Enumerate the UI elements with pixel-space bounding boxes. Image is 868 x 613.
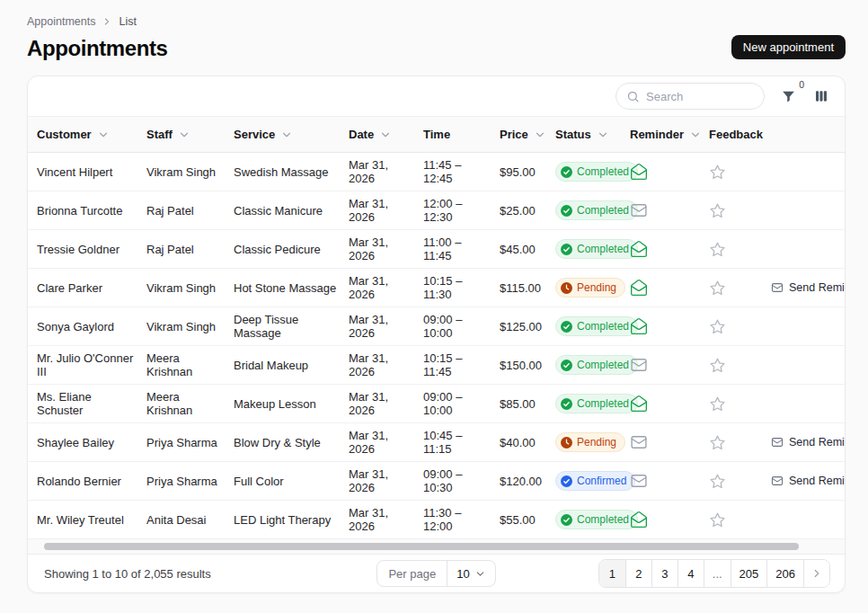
star-icon[interactable] (709, 511, 726, 529)
table-header-row: CustomerStaffServiceDateTimePriceStatusR… (28, 116, 845, 153)
sort-chevron-icon (97, 129, 110, 141)
time-cell: 10:15 – 11:45 (423, 351, 500, 378)
check-circle-icon (561, 398, 572, 410)
search-box[interactable] (616, 83, 765, 110)
star-icon[interactable] (709, 473, 726, 490)
price-cell: $95.00 (500, 165, 555, 179)
price-cell: $150.00 (500, 359, 555, 372)
feedback-cell (709, 511, 771, 529)
breadcrumb: Appointments List (27, 15, 846, 28)
price-cell: $25.00 (500, 204, 555, 218)
page-button-2[interactable]: 2 (625, 560, 651, 587)
staff-cell: Raj Patel (146, 243, 234, 256)
column-label: Staff (146, 128, 173, 141)
mail-icon (771, 475, 784, 487)
star-icon[interactable] (709, 434, 726, 451)
mail-icon (771, 281, 784, 294)
feedback-cell (709, 473, 771, 490)
mail-closed-icon (630, 472, 648, 490)
star-icon[interactable] (709, 357, 726, 374)
sort-chevron-icon (178, 129, 190, 141)
feedback-cell (709, 318, 771, 335)
column-header-status[interactable]: Status (555, 128, 630, 141)
date-cell: Mar 31, 2026 (349, 158, 423, 185)
page-button-205[interactable]: 205 (731, 560, 767, 587)
time-cell: 11:45 – 12:45 (423, 158, 500, 185)
status-badge: Completed (555, 355, 638, 375)
date-cell: Mar 31, 2026 (349, 351, 423, 378)
column-header-feedback: Feedback (709, 128, 771, 141)
service-cell: Blow Dry & Style (234, 436, 349, 449)
columns-button[interactable] (812, 87, 830, 105)
column-header-reminder[interactable]: Reminder (630, 128, 709, 141)
price-cell: $125.00 (500, 320, 555, 333)
send-reminder-link[interactable]: Send Reminder (771, 281, 845, 294)
next-page-button[interactable] (803, 560, 829, 587)
check-circle-icon (561, 166, 572, 178)
star-icon[interactable] (709, 202, 726, 219)
reminder-cell (630, 356, 709, 374)
staff-cell: Meera Krishnan (146, 390, 234, 417)
star-icon[interactable] (709, 241, 726, 258)
column-label: Feedback (709, 128, 763, 141)
table-footer: Showing 1 to 10 of 2,055 results Per pag… (28, 555, 845, 592)
reminder-cell (630, 511, 709, 529)
send-reminder-link[interactable]: Send Reminder (771, 436, 845, 449)
column-header-date[interactable]: Date (349, 128, 423, 141)
price-cell: $120.00 (500, 475, 555, 488)
new-appointment-button[interactable]: New appointment (731, 35, 846, 59)
page-button-3[interactable]: 3 (651, 560, 678, 587)
check-circle-icon (561, 514, 572, 526)
status-label: Completed (577, 397, 629, 410)
service-cell: Swedish Massage (234, 165, 349, 179)
service-cell: Full Color (234, 475, 349, 488)
check-circle-icon (561, 360, 572, 371)
page-button-4[interactable]: 4 (678, 560, 704, 587)
status-cell: Completed (555, 394, 630, 413)
status-badge: Completed (555, 162, 638, 182)
star-icon[interactable] (709, 164, 726, 181)
table-row: Mr. Wiley TreutelAnita DesaiLED Light Th… (28, 501, 845, 539)
mail-open-icon (630, 395, 648, 413)
search-input[interactable] (646, 90, 745, 103)
per-page-select[interactable]: 10 (447, 567, 494, 581)
filter-button[interactable]: 0 (779, 87, 798, 106)
status-label: Completed (577, 204, 629, 217)
reminder-cell (630, 395, 709, 413)
price-cell: $40.00 (500, 436, 555, 449)
column-label: Price (500, 128, 528, 141)
per-page-value: 10 (456, 567, 469, 581)
chevron-right-icon (102, 16, 112, 27)
staff-cell: Priya Sharma (146, 436, 234, 449)
status-cell: Completed (555, 200, 630, 220)
customer-cell: Ms. Eliane Schuster (37, 390, 146, 417)
page-button-1[interactable]: 1 (599, 560, 625, 587)
reminder-cell (630, 240, 709, 258)
reminder-cell (630, 317, 709, 335)
customer-cell: Mr. Julio O'Conner III (37, 351, 146, 378)
status-badge: Pending (555, 278, 625, 298)
star-icon[interactable] (709, 395, 726, 413)
page-button-206[interactable]: 206 (766, 560, 803, 587)
star-icon[interactable] (709, 318, 726, 335)
column-header-price[interactable]: Price (500, 128, 555, 141)
chevron-down-icon (474, 568, 486, 580)
breadcrumb-item-appointments[interactable]: Appointments (27, 15, 95, 28)
time-cell: 09:00 – 10:30 (423, 467, 500, 494)
status-cell: Completed (555, 162, 630, 182)
star-icon[interactable] (709, 280, 726, 297)
action-cell: Send Reminder (771, 436, 845, 449)
send-reminder-link[interactable]: Send Reminder (771, 475, 845, 487)
mail-open-icon (630, 511, 648, 529)
staff-cell: Vikram Singh (146, 281, 234, 295)
per-page-control: Per page 10 (376, 560, 495, 587)
column-label: Customer (37, 128, 92, 141)
table-row: Rolando BernierPriya SharmaFull ColorMar… (28, 462, 845, 501)
reminder-cell (630, 472, 709, 490)
scrollbar-thumb[interactable] (44, 543, 799, 550)
mail-closed-icon (630, 201, 648, 219)
column-header-staff[interactable]: Staff (146, 128, 234, 141)
service-cell: LED Light Therapy (234, 513, 349, 527)
column-header-service[interactable]: Service (234, 128, 349, 141)
column-header-customer[interactable]: Customer (37, 128, 146, 141)
